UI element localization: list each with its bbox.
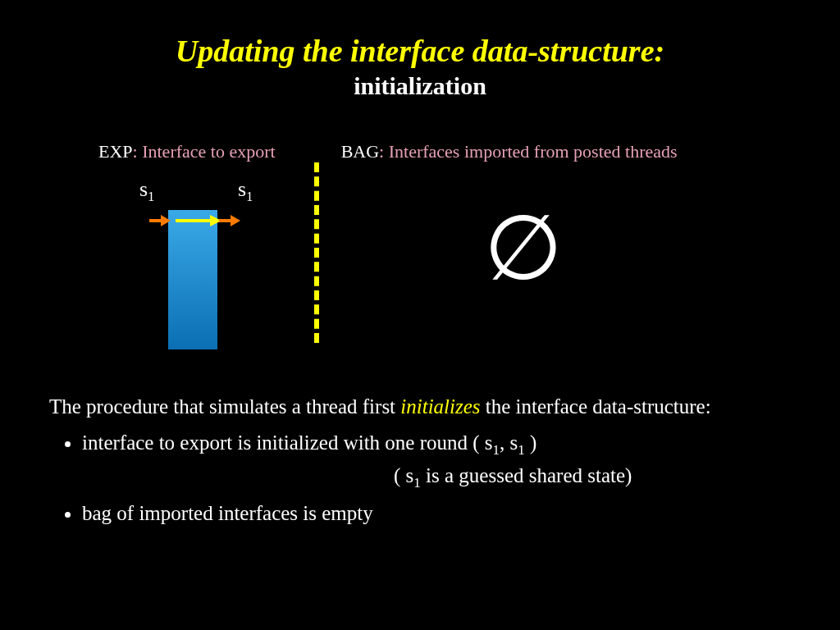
arrow-orange-right-icon bbox=[217, 213, 240, 228]
aside-text: ( s1 is a guessed shared state) bbox=[394, 464, 791, 491]
bullet2-post: is empty bbox=[298, 502, 373, 524]
bullet-2: bag of imported interfaces is empty bbox=[82, 498, 791, 529]
bullet1-em: interface to export bbox=[82, 431, 232, 454]
svg-marker-5 bbox=[231, 215, 240, 226]
bullet1-rest: is initialized with one round ( s bbox=[232, 431, 492, 454]
bullet1-sub2: 1 bbox=[518, 442, 525, 458]
aside-pre: ( s bbox=[394, 464, 413, 486]
empty-set-symbol: ∅ bbox=[484, 195, 563, 300]
arrow-yellow-icon bbox=[174, 213, 221, 228]
bullet-1: interface to export is initialized with … bbox=[82, 427, 791, 461]
bullet1-end: ) bbox=[525, 431, 537, 454]
arrow-orange-left-icon bbox=[148, 213, 171, 228]
bag-desc: : Interfaces imported from posted thread… bbox=[379, 141, 677, 162]
labels-row: EXP: Interface to export BAG: Interfaces… bbox=[49, 141, 791, 162]
s1-left-label: s1 bbox=[139, 177, 154, 204]
bullet1-mid: , s bbox=[500, 431, 518, 454]
blue-box bbox=[168, 210, 217, 349]
bullet-list-2: bag of imported interfaces is empty bbox=[49, 498, 791, 529]
bag-label: BAG: Interfaces imported from posted thr… bbox=[341, 141, 678, 162]
s1-right-label: s1 bbox=[238, 177, 253, 204]
slide-subtitle: initialization bbox=[49, 72, 791, 100]
bullet-list: interface to export is initialized with … bbox=[49, 427, 791, 461]
bullet1-sub1: 1 bbox=[493, 442, 500, 458]
svg-marker-1 bbox=[161, 215, 171, 226]
body-paragraph: The procedure that simulates a thread fi… bbox=[49, 392, 791, 421]
bag-head: BAG bbox=[341, 141, 379, 162]
para-post: the interface data-structure: bbox=[481, 395, 711, 418]
aside-post: is a guessed shared state) bbox=[421, 464, 632, 486]
para-pre: The procedure that simulates a thread fi… bbox=[49, 395, 400, 418]
slide: Updating the interface data-structure: i… bbox=[0, 0, 840, 630]
aside-sub: 1 bbox=[413, 475, 421, 491]
diagram-area: s1 s1 ∅ bbox=[49, 171, 791, 368]
bullet2-pre: bag of bbox=[82, 502, 139, 524]
exp-head: EXP bbox=[98, 141, 133, 162]
slide-title: Updating the interface data-structure: bbox=[49, 33, 791, 69]
para-emphasis: initializes bbox=[400, 395, 480, 418]
bullet2-em: imported interfaces bbox=[139, 502, 298, 524]
exp-desc: : Interface to export bbox=[133, 141, 276, 162]
vertical-divider bbox=[314, 162, 319, 343]
exp-label: EXP: Interface to export bbox=[98, 141, 276, 162]
